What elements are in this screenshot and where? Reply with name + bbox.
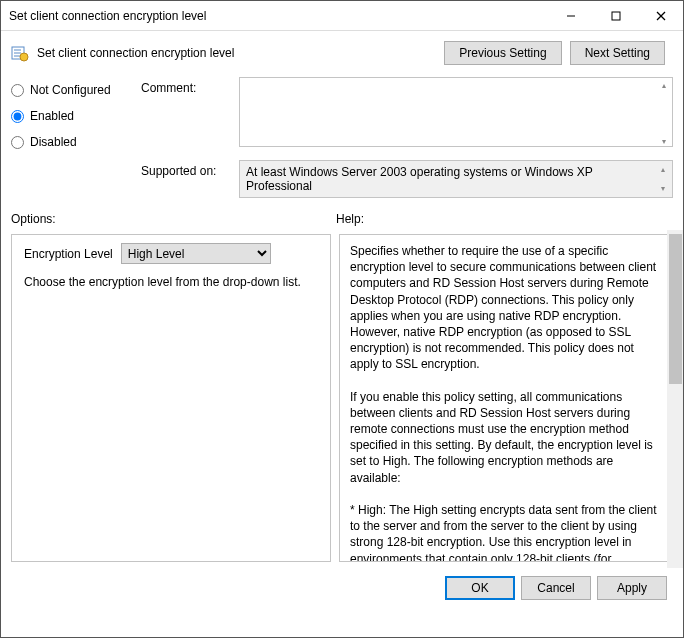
scrollbar-thumb[interactable] [669, 234, 682, 384]
radio-disabled[interactable] [11, 136, 24, 149]
previous-setting-button[interactable]: Previous Setting [444, 41, 561, 65]
radio-enabled-label: Enabled [30, 109, 74, 123]
help-text: Specifies whether to require the use of … [350, 243, 662, 562]
radio-disabled-label: Disabled [30, 135, 77, 149]
options-panel: Encryption Level High Level Choose the e… [11, 234, 331, 562]
supported-label: Supported on: [141, 160, 231, 178]
options-label: Options: [11, 212, 336, 226]
svg-point-8 [20, 53, 28, 61]
supported-scroll[interactable]: ▴▾ [655, 162, 671, 196]
section-labels: Options: Help: [1, 206, 683, 230]
state-form: Not Configured Enabled Disabled Comment:… [1, 77, 683, 206]
footer-buttons: OK Cancel Apply [1, 568, 683, 610]
cancel-button[interactable]: Cancel [521, 576, 591, 600]
ok-button[interactable]: OK [445, 576, 515, 600]
apply-button[interactable]: Apply [597, 576, 667, 600]
policy-icon [11, 44, 29, 62]
header: Set client connection encryption level P… [1, 31, 683, 77]
panels: Encryption Level High Level Choose the e… [1, 230, 683, 568]
options-hint: Choose the encryption level from the dro… [24, 274, 318, 291]
minimize-button[interactable] [548, 1, 593, 31]
titlebar: Set client connection encryption level [1, 1, 683, 31]
radio-not-configured-label: Not Configured [30, 83, 111, 97]
supported-on-box: At least Windows Server 2003 operating s… [239, 160, 673, 198]
svg-rect-1 [612, 12, 620, 20]
vertical-scrollbar[interactable] [667, 230, 684, 568]
help-panel: Specifies whether to require the use of … [339, 234, 673, 562]
next-setting-button[interactable]: Next Setting [570, 41, 665, 65]
maximize-button[interactable] [593, 1, 638, 31]
radio-not-configured[interactable] [11, 84, 24, 97]
state-radios: Not Configured Enabled Disabled [11, 77, 131, 198]
radio-enabled[interactable] [11, 110, 24, 123]
close-button[interactable] [638, 1, 683, 31]
window-title: Set client connection encryption level [9, 9, 548, 23]
help-label: Help: [336, 212, 673, 226]
encryption-level-label: Encryption Level [24, 247, 113, 261]
comment-textarea[interactable] [239, 77, 673, 147]
header-title: Set client connection encryption level [37, 46, 444, 60]
supported-on-value: At least Windows Server 2003 operating s… [246, 165, 593, 193]
comment-label: Comment: [141, 77, 231, 95]
encryption-level-select[interactable]: High Level [121, 243, 271, 264]
comment-scroll[interactable]: ▴▾ [656, 78, 672, 149]
